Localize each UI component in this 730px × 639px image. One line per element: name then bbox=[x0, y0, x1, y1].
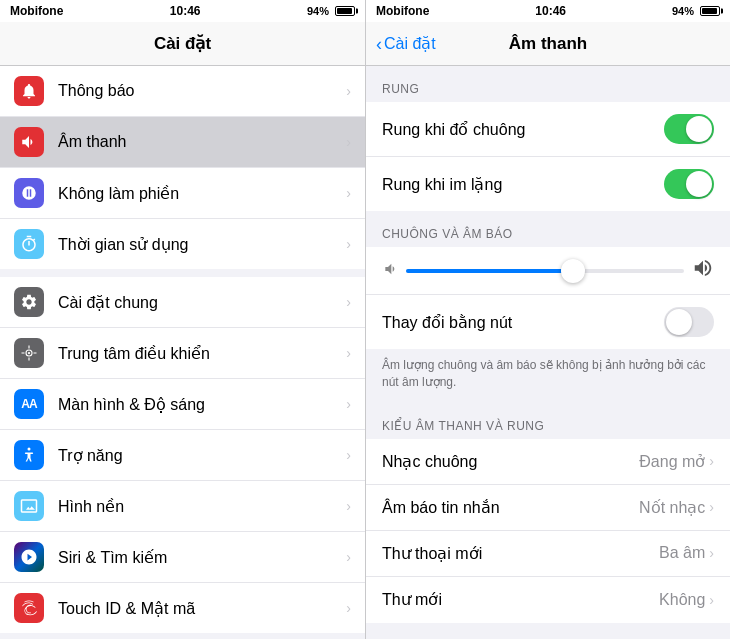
toggle-thumb-3 bbox=[666, 309, 692, 335]
siri-chevron: › bbox=[346, 549, 351, 565]
am-thanh-chevron: › bbox=[346, 134, 351, 150]
back-chevron-icon: ‹ bbox=[376, 35, 382, 53]
thu-moi-value: Không › bbox=[659, 591, 714, 609]
right-time: 10:46 bbox=[535, 4, 566, 18]
sidebar-item-thoi-gian-su-dung[interactable]: Thời gian sử dụng › bbox=[0, 219, 365, 269]
toggle-thumb-2 bbox=[686, 171, 712, 197]
thong-bao-icon bbox=[14, 76, 44, 106]
nhac-chuong-value: Đang mở › bbox=[639, 452, 714, 471]
volume-slider-track[interactable] bbox=[406, 269, 684, 273]
thu-moi-chevron: › bbox=[709, 592, 714, 608]
am-bao-tin-nhan-item[interactable]: Âm báo tin nhắn Nốt nhạc › bbox=[366, 485, 730, 531]
thay-doi-bang-nut-item[interactable]: Thay đổi bằng nút bbox=[366, 294, 730, 349]
man-hinh-chevron: › bbox=[346, 396, 351, 412]
rung-khi-do-chuong-label: Rung khi đổ chuông bbox=[382, 120, 525, 139]
siri-label: Siri & Tìm kiếm bbox=[58, 548, 346, 567]
section-kieu-label: KIỂU ÂM THANH VÀ RUNG bbox=[366, 403, 730, 439]
trung-tam-chevron: › bbox=[346, 345, 351, 361]
thoi-gian-icon bbox=[14, 229, 44, 259]
volume-note: Âm lượng chuông và âm báo sẽ không bị ản… bbox=[366, 349, 730, 403]
am-thanh-label: Âm thanh bbox=[58, 133, 346, 151]
section-chuong-label: CHUÔNG VÀ ÂM BÁO bbox=[366, 211, 730, 247]
rung-khi-im-lang-item[interactable]: Rung khi im lặng bbox=[366, 157, 730, 211]
volume-slider-row[interactable] bbox=[366, 247, 730, 294]
sidebar-item-tro-nang[interactable]: Trợ năng › bbox=[0, 430, 365, 481]
back-label: Cài đặt bbox=[384, 34, 436, 53]
right-status-bar: Mobifone 10:46 94% bbox=[366, 0, 730, 22]
sidebar-item-cai-dat-chung[interactable]: Cài đặt chung › bbox=[0, 277, 365, 328]
left-carrier: Mobifone bbox=[10, 4, 63, 18]
khong-lam-phien-icon bbox=[14, 178, 44, 208]
touchid-label: Touch ID & Mật mã bbox=[58, 599, 346, 618]
nhac-chuong-item[interactable]: Nhạc chuông Đang mở › bbox=[366, 439, 730, 485]
nhac-chuong-label: Nhạc chuông bbox=[382, 452, 477, 471]
rung-khi-im-lang-label: Rung khi im lặng bbox=[382, 175, 502, 194]
cai-dat-chung-label: Cài đặt chung bbox=[58, 293, 346, 312]
siri-icon bbox=[14, 542, 44, 572]
right-panel: Mobifone 10:46 94% ‹ Cài đặt Âm thanh RU… bbox=[365, 0, 730, 639]
thu-thoai-moi-item[interactable]: Thư thoại mới Ba âm › bbox=[366, 531, 730, 577]
sidebar-item-man-hinh-do-sang[interactable]: AA Màn hình & Độ sáng › bbox=[0, 379, 365, 430]
rung-khi-do-chuong-toggle[interactable] bbox=[664, 114, 714, 144]
thu-thoai-moi-value: Ba âm › bbox=[659, 544, 714, 562]
thay-doi-bang-nut-toggle[interactable] bbox=[664, 307, 714, 337]
left-battery-icon bbox=[335, 6, 355, 16]
sidebar-item-touch-id-mat-ma[interactable]: Touch ID & Mật mã › bbox=[0, 583, 365, 633]
hinh-nen-label: Hình nền bbox=[58, 497, 346, 516]
am-bao-tin-nhan-label: Âm báo tin nhắn bbox=[382, 498, 500, 517]
sidebar-item-thong-bao[interactable]: Thông báo › bbox=[0, 66, 365, 117]
khong-lam-phien-label: Không làm phiền bbox=[58, 184, 346, 203]
volume-slider-thumb[interactable] bbox=[561, 259, 585, 283]
section-rung-label: RUNG bbox=[366, 66, 730, 102]
rung-khi-do-chuong-item[interactable]: Rung khi đổ chuông bbox=[366, 102, 730, 157]
left-time: 10:46 bbox=[170, 4, 201, 18]
thu-moi-label: Thư mới bbox=[382, 590, 442, 609]
volume-high-icon bbox=[692, 257, 714, 284]
sidebar-item-khong-lam-phien[interactable]: Không làm phiền › bbox=[0, 168, 365, 219]
am-thanh-icon bbox=[14, 127, 44, 157]
right-nav-title: Âm thanh bbox=[509, 34, 587, 54]
khong-lam-phien-chevron: › bbox=[346, 185, 351, 201]
sidebar-item-am-thanh[interactable]: Âm thanh › bbox=[0, 117, 365, 168]
thu-moi-value-text: Không bbox=[659, 591, 705, 609]
sidebar-item-siri-tim-kiem[interactable]: Siri & Tìm kiếm › bbox=[0, 532, 365, 583]
thu-thoai-moi-value-text: Ba âm bbox=[659, 544, 705, 562]
cai-dat-chung-icon bbox=[14, 287, 44, 317]
man-hinh-label: Màn hình & Độ sáng bbox=[58, 395, 346, 414]
tro-nang-chevron: › bbox=[346, 447, 351, 463]
tro-nang-icon bbox=[14, 440, 44, 470]
right-status-right: 94% bbox=[672, 5, 720, 17]
thu-thoai-moi-label: Thư thoại mới bbox=[382, 544, 482, 563]
kieu-group: Nhạc chuông Đang mở › Âm báo tin nhắn Nố… bbox=[366, 439, 730, 623]
svg-point-1 bbox=[28, 352, 30, 354]
hinh-nen-chevron: › bbox=[346, 498, 351, 514]
right-nav-bar: ‹ Cài đặt Âm thanh bbox=[366, 22, 730, 66]
rung-khi-im-lang-toggle[interactable] bbox=[664, 169, 714, 199]
left-panel: Mobifone 10:46 94% Cài đặt Thông báo › bbox=[0, 0, 365, 639]
rung-group: Rung khi đổ chuông Rung khi im lặng bbox=[366, 102, 730, 211]
volume-low-icon bbox=[382, 261, 398, 280]
sidebar-item-hinh-nen[interactable]: Hình nền › bbox=[0, 481, 365, 532]
left-status-right: 94% bbox=[307, 5, 355, 17]
sidebar-item-trung-tam-dieu-khien[interactable]: Trung tâm điều khiển › bbox=[0, 328, 365, 379]
trung-tam-label: Trung tâm điều khiển bbox=[58, 344, 346, 363]
right-battery-icon bbox=[700, 6, 720, 16]
am-bao-tin-nhan-value-text: Nốt nhạc bbox=[639, 498, 705, 517]
left-settings-list: Thông báo › Âm thanh › Không làm phiền › bbox=[0, 66, 365, 639]
touchid-chevron: › bbox=[346, 600, 351, 616]
right-battery-pct: 94% bbox=[672, 5, 694, 17]
volume-slider-fill bbox=[406, 269, 573, 273]
thong-bao-chevron: › bbox=[346, 83, 351, 99]
left-nav-bar: Cài đặt bbox=[0, 22, 365, 66]
nhac-chuong-chevron: › bbox=[709, 453, 714, 469]
thu-moi-item[interactable]: Thư mới Không › bbox=[366, 577, 730, 623]
nhac-chuong-value-text: Đang mở bbox=[639, 452, 705, 471]
cai-dat-chung-chevron: › bbox=[346, 294, 351, 310]
left-nav-title: Cài đặt bbox=[154, 33, 211, 54]
thu-thoai-moi-chevron: › bbox=[709, 545, 714, 561]
back-button[interactable]: ‹ Cài đặt bbox=[376, 34, 436, 53]
chuong-group: Thay đổi bằng nút bbox=[366, 247, 730, 349]
tro-nang-label: Trợ năng bbox=[58, 446, 346, 465]
trung-tam-icon bbox=[14, 338, 44, 368]
right-carrier: Mobifone bbox=[376, 4, 429, 18]
